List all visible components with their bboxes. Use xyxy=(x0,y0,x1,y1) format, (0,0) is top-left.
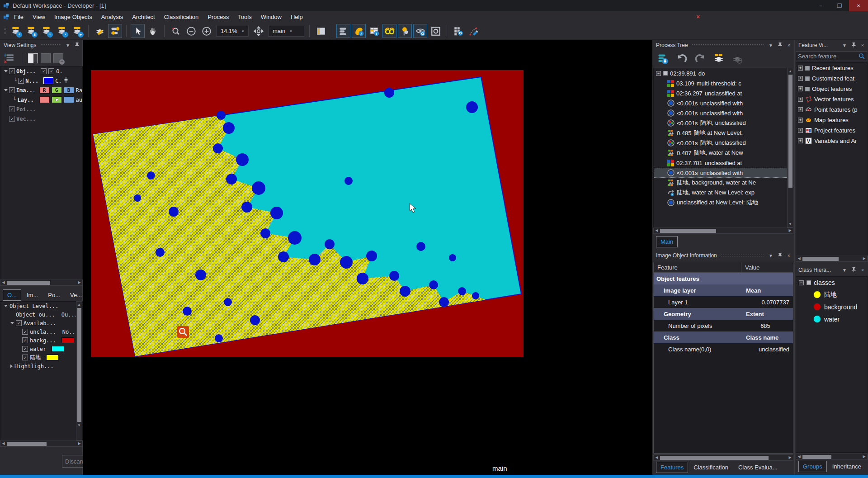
collapse-caret-icon[interactable] xyxy=(10,364,13,368)
feature-search-box[interactable] xyxy=(796,51,867,61)
menu-analysis[interactable]: Analysis xyxy=(97,12,127,22)
expand-caret-icon[interactable] xyxy=(10,322,14,324)
scroll-down-icon[interactable]: ▼ xyxy=(76,422,82,428)
tab-im-[interactable]: Im... xyxy=(22,289,42,301)
classes-root-item[interactable]: − classes xyxy=(796,277,867,289)
expand-icon[interactable]: + xyxy=(798,128,803,133)
select-cursor-icon[interactable] xyxy=(131,24,145,38)
expand-icon[interactable]: + xyxy=(798,138,803,143)
info-row[interactable]: Number of pixels685 xyxy=(654,320,793,331)
process-row[interactable]: 0.407陆地, water at New xyxy=(654,148,793,158)
close-document-icon[interactable]: × xyxy=(693,13,703,21)
checkbox[interactable]: ✓ xyxy=(48,68,54,74)
process-row[interactable]: 陆地, water at New Level: exp xyxy=(654,188,793,198)
level-tree-row[interactable]: Object Level... xyxy=(0,302,82,310)
level-tree-row[interactable]: Hightligh... xyxy=(0,362,82,370)
view-settings-row[interactable]: └✓N...C. xyxy=(0,76,82,85)
menu-file[interactable]: File xyxy=(9,12,28,22)
feature-item[interactable]: +Point features (p xyxy=(796,104,867,115)
pin-icon[interactable] xyxy=(850,267,857,273)
chevron-down-icon[interactable]: ▼ xyxy=(65,43,71,48)
scroll-thumb[interactable] xyxy=(660,229,716,233)
undo-icon[interactable] xyxy=(675,52,689,66)
pin-icon[interactable] xyxy=(777,253,783,259)
save-workspace-icon[interactable]: s xyxy=(24,24,38,38)
expand-caret-icon[interactable] xyxy=(4,89,8,91)
collapse-icon[interactable]: − xyxy=(656,71,661,76)
tab-main[interactable]: Main xyxy=(656,236,678,247)
class-item[interactable]: water xyxy=(796,313,867,325)
layer-chip[interactable] xyxy=(39,96,50,103)
view-pixel-icon[interactable]: i xyxy=(352,24,366,38)
chevron-down-icon[interactable]: ▾ xyxy=(242,29,244,33)
scroll-thumb[interactable] xyxy=(660,456,769,460)
checkbox[interactable]: ✓ xyxy=(22,346,28,352)
tab-groups[interactable]: Groups xyxy=(798,461,827,472)
scroll-left-icon[interactable]: ◀ xyxy=(654,228,660,233)
scroll-left-icon[interactable]: ◀ xyxy=(654,455,660,460)
level-tree-row[interactable]: ✓water xyxy=(0,345,82,353)
level-tree-row[interactable]: ✓backg... xyxy=(0,336,82,345)
panel-drag-dots[interactable] xyxy=(692,44,764,47)
checkbox[interactable]: ✓ xyxy=(16,320,22,326)
tab-classification[interactable]: Classification xyxy=(689,462,733,473)
layer-chip[interactable]: B xyxy=(64,87,74,94)
add-project-icon[interactable]: + xyxy=(39,24,53,38)
info-row[interactable]: Image layerMean xyxy=(654,284,793,296)
pin-icon[interactable] xyxy=(777,43,783,48)
close-icon[interactable]: × xyxy=(786,253,792,258)
menu-help[interactable]: Help xyxy=(286,12,307,22)
process-row[interactable]: −02:39.891do xyxy=(654,68,793,78)
scroll-right-icon[interactable]: ▶ xyxy=(861,454,867,459)
info-row[interactable]: Object features xyxy=(654,273,793,284)
view-settings-row[interactable]: ✓Poi... xyxy=(0,104,82,114)
close-icon[interactable]: × xyxy=(859,43,866,48)
menu-tools[interactable]: Tools xyxy=(233,12,256,22)
expand-caret-icon[interactable] xyxy=(4,70,8,72)
checkbox[interactable]: ✓ xyxy=(22,337,28,343)
feature-item[interactable]: +Project features xyxy=(796,125,867,136)
scroll-up-icon[interactable]: ▲ xyxy=(788,68,793,74)
checkbox[interactable]: ✓ xyxy=(22,329,28,335)
process-row[interactable]: 02:36.297unclassified at xyxy=(654,88,793,98)
toolbar-drag-handle[interactable] xyxy=(4,26,6,36)
process-row[interactable]: <0.001sunclassified with xyxy=(654,98,793,108)
feature-item[interactable]: +VVariables and Ar xyxy=(796,136,867,146)
chevron-down-icon[interactable]: ▾ xyxy=(290,29,292,33)
collapse-icon[interactable]: − xyxy=(799,280,804,285)
tab-po-[interactable]: Po... xyxy=(43,289,65,301)
level-tree-row[interactable]: Object ou...Ou... xyxy=(0,310,82,319)
close-button[interactable]: × xyxy=(849,0,868,11)
scroll-right-icon[interactable]: ▶ xyxy=(861,256,867,261)
process-row[interactable]: <0.001s陆地, unclassified xyxy=(654,138,793,148)
level-tree-row[interactable]: ✓Availab... xyxy=(0,319,82,327)
info-row[interactable]: ClassClass name xyxy=(654,331,793,343)
view-layout-split-icon[interactable] xyxy=(28,53,38,63)
zoom-in-icon[interactable] xyxy=(199,24,213,38)
import-scene-icon[interactable]: › xyxy=(55,24,69,38)
pin-object-icon[interactable] xyxy=(398,24,412,38)
split-view-icon[interactable] xyxy=(314,24,328,38)
feature-item[interactable]: +Object features xyxy=(796,84,867,94)
layer-chip[interactable]: R xyxy=(39,87,50,94)
edit-layer-mixing-icon[interactable] xyxy=(93,24,107,38)
menu-classification[interactable]: Classification xyxy=(160,12,203,22)
view-combo[interactable]: main▾ xyxy=(268,26,304,37)
view-layers-icon[interactable] xyxy=(336,24,350,38)
open-project-icon[interactable]: ▸ xyxy=(70,24,84,38)
view-settings-row[interactable]: ✓Obj...✓✓O. xyxy=(0,66,82,76)
checkbox[interactable]: ✓ xyxy=(9,116,15,122)
info-row[interactable]: Layer 10.0707737 xyxy=(654,296,793,308)
view-classification-icon[interactable] xyxy=(382,24,396,38)
class-item[interactable]: 陆地 xyxy=(796,289,867,301)
tab-class-evalua-[interactable]: Class Evalua... xyxy=(734,462,782,473)
horizontal-scrollbar[interactable]: ◀▶ xyxy=(796,454,868,460)
tab-inheritance[interactable]: Inheritance xyxy=(828,461,866,472)
map-view[interactable]: main xyxy=(83,40,652,475)
close-icon[interactable]: × xyxy=(859,268,866,273)
process-row[interactable]: 02:37.781unclassified at xyxy=(654,158,793,168)
checkbox[interactable]: ✓ xyxy=(9,87,15,93)
grid-settings-icon[interactable] xyxy=(451,24,465,38)
layer-chip[interactable]: G xyxy=(52,87,62,94)
new-workspace-icon[interactable]: + xyxy=(9,24,23,38)
